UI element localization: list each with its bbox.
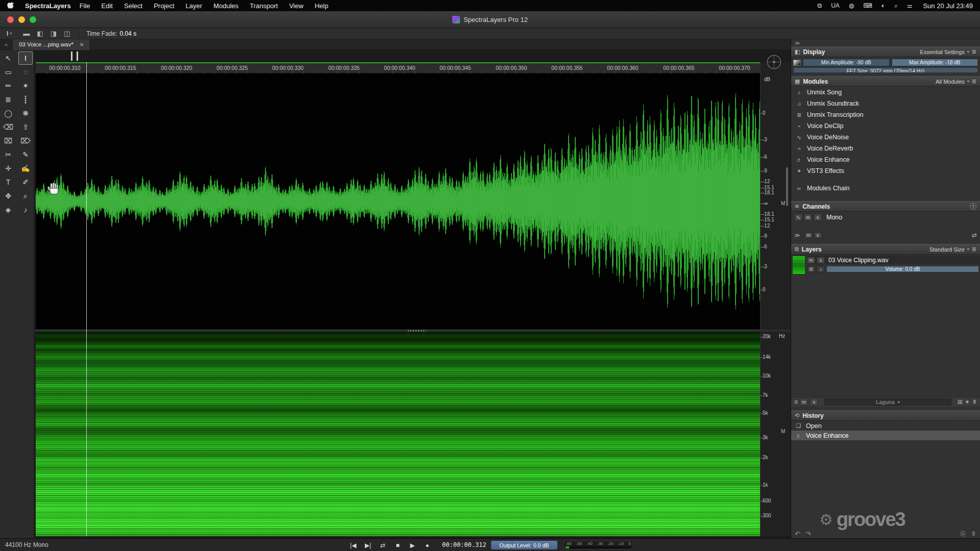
menu-item[interactable]: Layer [180,2,208,10]
master-solo-button[interactable]: s [814,232,822,238]
layer-item[interactable]: m s 03 Voice Clipping.wav ⊘ ♪ Volume: 0.… [791,255,980,274]
fft-size-row-clipped[interactable]: FFT Size: 3072 smp (70ms/14 Hz) [791,67,980,72]
play-button[interactable]: ▶ [407,542,418,549]
rectangular-selection-tool[interactable]: ▭ [1,65,15,79]
time-fade-value[interactable]: 0.04 s [120,30,137,37]
control-center-icon[interactable]: ⚌ [902,2,917,9]
display-3d-tool[interactable]: ◈ [1,203,15,216]
help-icon[interactable]: ? [970,203,976,210]
menu-item[interactable]: Transport [244,2,283,10]
waveform-view[interactable] [36,73,760,329]
footer-mute-button[interactable]: m [800,398,808,406]
tab-scroll-icon[interactable]: « [0,41,12,47]
tab-voice-clipping[interactable]: 03 Voice ...ping.wav* ✕ [12,39,90,50]
menu-clock[interactable]: Sun 20 Jul 23:49 [917,2,973,10]
layer-phase-icon[interactable]: ⊘ [807,266,815,272]
stop-button[interactable]: ■ [393,542,403,549]
layer-mute-button[interactable]: m [807,257,815,264]
keyboard-icon[interactable]: ⌨ [859,2,876,9]
clear-history-button[interactable]: ⚱ [971,530,976,538]
history-open[interactable]: ❏ Open [791,421,980,431]
close-tab-icon[interactable]: ✕ [80,42,84,47]
screen-mirroring-icon[interactable]: ⧉ [813,2,827,9]
layer-thumbnail[interactable] [792,256,805,274]
layer-volume-slider[interactable]: Volume: 0.0 dB [826,266,979,272]
channel-visibility-button[interactable]: ∿ [794,214,802,221]
display-section-header[interactable]: ◧ Display Essential Settings ▾ ≣ [791,46,980,57]
user-icon[interactable]: ◐ [877,2,890,9]
current-tool-selector[interactable]: I ▾ [4,30,14,37]
footer-solo-button[interactable]: s [810,398,818,406]
collapse-panel-icon[interactable]: ≫ [795,40,800,46]
minimize-window-button[interactable] [18,16,25,23]
draw-tool[interactable]: ✍ [18,162,33,175]
routing-icon[interactable]: ⇄ [972,232,977,239]
time-selection-tool[interactable]: I [18,52,33,65]
module-voice-declip[interactable]: ⌁ Voice DeClip [791,120,980,132]
channels-section-header[interactable]: ≋ Channels ? [791,201,980,212]
module-unmix-song[interactable]: ♪ Unmix Song [791,87,980,98]
min-amplitude-field[interactable]: Min Amplitude: -90 dB [803,59,890,66]
imprint-tool[interactable]: ⌧ [1,134,15,147]
brush-selection-tool[interactable]: ✏ [1,79,15,92]
layout-toggle-right-split[interactable]: ◨ [47,30,60,37]
layout-toggle-dual[interactable]: ◫ [60,30,74,37]
gradient-map-icon[interactable] [793,60,801,66]
harmonics-selection-tool[interactable]: ≣ [1,93,15,106]
magic-wand-tool[interactable]: ✶ [18,79,33,92]
layers-section-header[interactable]: ⧉ Layers Standard Size ▾ ≣ [791,244,980,255]
record-button[interactable]: ● [422,542,432,549]
skip-end-button[interactable]: ▶| [363,542,373,549]
hand-tool[interactable]: ✥ [1,189,15,203]
marker-tool[interactable]: ✐ [18,176,33,189]
playhead-cursor[interactable] [86,62,87,536]
module-unmix-transcription[interactable]: ≣ Unmix Transcription [791,109,980,120]
view-splitter[interactable] [35,329,791,332]
playback-tool[interactable]: ♪ [18,203,33,216]
pencil-tool[interactable]: ✎ [18,148,33,161]
transient-selection-tool[interactable]: ┋ [18,93,33,106]
redo-button[interactable]: ↷ [805,530,811,538]
display-preset-dropdown[interactable]: Essential Settings [920,49,964,55]
modules-menu-icon[interactable]: ≣ [972,78,976,85]
menu-item[interactable]: Select [118,2,148,10]
undo-button[interactable]: ↶ [795,530,800,538]
sends-icon[interactable]: ≫ [794,232,800,239]
modules-filter-dropdown[interactable]: All Modules [936,79,965,85]
spotlight-icon[interactable]: ⌕ [890,2,902,9]
menu-item[interactable]: File [74,2,96,10]
layout-toggle-left-split[interactable]: ◧ [33,30,46,37]
layers-size-dropdown[interactable]: Standard Size [929,246,965,253]
text-tool[interactable]: T [1,176,15,189]
output-level-control[interactable]: Output Level: 0.0 dB [491,541,557,549]
frequency-selection-tool[interactable]: ❋ [18,107,33,120]
move-tool[interactable]: ✛ [1,162,15,175]
modules-chain-item[interactable]: ∞ Modules Chain [791,183,980,194]
module-voice-denoise[interactable]: ∿ Voice DeNoise [791,132,980,143]
layer-stack-icon[interactable]: ≡ [794,398,798,406]
menu-item[interactable]: Help [309,2,334,10]
master-mute-button[interactable]: m [805,232,813,238]
blend-mode-dropdown[interactable]: Laguna ▾ [824,398,951,406]
marker-gutter[interactable] [35,50,791,62]
cut-tool[interactable]: ✂ [1,148,15,161]
lasso-selection-tool[interactable]: ◌ [18,65,33,79]
language-indicator[interactable]: UA [826,2,844,9]
app-menu[interactable]: SpectraLayers [22,2,74,10]
menu-item[interactable]: View [283,2,309,10]
amplify-tool[interactable]: ⇪ [18,120,33,134]
transform-tool[interactable]: ↖ [1,52,15,65]
layout-toggle-waveform[interactable]: ▬ [19,30,33,37]
elliptical-selection-tool[interactable]: ◯ [1,107,15,120]
vertical-scrollbar[interactable] [786,167,788,206]
close-window-button[interactable] [7,16,14,23]
new-layer-button[interactable]: ⊞ [958,398,963,406]
menu-item[interactable]: Modules [208,2,244,10]
module-voice-enhance[interactable]: ♬ Voice Enhance [791,154,980,165]
skip-start-button[interactable]: |◀ [348,542,358,549]
layers-empty-area[interactable] [791,274,980,397]
apple-menu[interactable] [7,2,14,10]
layer-clip-icon[interactable]: ♪ [817,266,825,272]
playhead-marker-handle[interactable] [71,52,78,61]
copy-history-button[interactable]: ⎘ [961,530,966,538]
